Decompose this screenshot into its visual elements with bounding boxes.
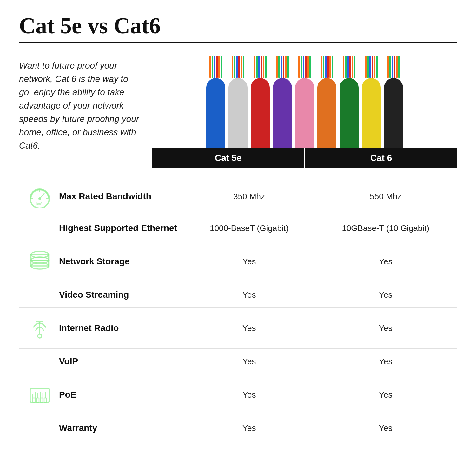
cat5e-value-max-bandwidth: 350 Mhz xyxy=(184,178,314,215)
feature-name: Warranty xyxy=(59,423,97,433)
thin-wire xyxy=(298,56,300,78)
thin-wire xyxy=(309,56,311,78)
thin-wire xyxy=(303,56,304,78)
cable xyxy=(317,56,336,148)
thin-wire xyxy=(365,56,367,78)
cable-shaft xyxy=(295,78,314,148)
ethernet-icon xyxy=(25,382,54,407)
feature-name: Max Rated Bandwidth xyxy=(59,191,151,202)
thin-wire xyxy=(209,56,211,78)
svg-text:km/h: km/h xyxy=(36,202,43,206)
cat6-value-internet-radio: Yes xyxy=(314,308,457,349)
speedometer-icon: km/h xyxy=(25,185,54,208)
cable xyxy=(206,56,225,148)
table-row: Network StorageYesYes xyxy=(19,241,457,282)
cat5e-value-video-streaming: Yes xyxy=(184,282,314,308)
thin-wire xyxy=(234,56,235,78)
thin-wire xyxy=(369,56,371,78)
thin-wire xyxy=(263,56,264,78)
thin-wire xyxy=(283,56,284,78)
thin-wire xyxy=(387,56,389,78)
thin-wire xyxy=(261,56,262,78)
svg-rect-18 xyxy=(36,398,39,402)
thin-wire xyxy=(343,56,344,78)
table-row: Highest Supported Ethernet1000-BaseT (Gi… xyxy=(19,215,457,241)
table-row: WarrantyYesYes xyxy=(19,415,457,441)
cable-shaft xyxy=(206,78,225,148)
thin-wire xyxy=(332,56,333,78)
cable-shaft xyxy=(251,78,270,148)
thin-wire xyxy=(329,56,331,78)
feature-cell-highest-ethernet: Highest Supported Ethernet xyxy=(19,215,184,241)
cable xyxy=(251,56,270,148)
cable xyxy=(295,56,314,148)
thin-wire xyxy=(323,56,324,78)
cable-shaft xyxy=(228,78,248,148)
thin-wire xyxy=(389,56,391,78)
thin-wire xyxy=(321,56,322,78)
thin-wire xyxy=(376,56,378,78)
svg-point-13 xyxy=(38,334,42,338)
thin-wire xyxy=(254,56,255,78)
thin-wire xyxy=(352,56,353,78)
thin-wire xyxy=(394,56,395,78)
cable-header-labels: Cat 5e Cat 6 xyxy=(152,148,457,168)
thin-wire xyxy=(367,56,369,78)
feature-name: Internet Radio xyxy=(59,323,119,333)
cat5e-value-poe: Yes xyxy=(184,374,314,415)
thin-wire xyxy=(241,56,242,78)
svg-rect-19 xyxy=(40,398,43,402)
cable-shaft xyxy=(317,78,336,148)
thin-wire xyxy=(392,56,393,78)
thin-wire xyxy=(212,56,213,78)
thin-wire xyxy=(232,56,233,78)
svg-point-2 xyxy=(38,197,41,200)
feature-cell-poe: PoE xyxy=(19,374,184,415)
table-row: VoIPYesYes xyxy=(19,349,457,374)
cables-image: Cat 5e Cat 6 xyxy=(152,53,457,168)
thin-wire xyxy=(305,56,307,78)
thin-wire xyxy=(301,56,302,78)
title-divider xyxy=(19,42,457,43)
feature-name: Highest Supported Ethernet xyxy=(59,223,177,233)
thin-wire xyxy=(347,56,349,78)
thin-wire xyxy=(372,56,373,78)
table-row: Internet RadioYesYes xyxy=(19,308,457,349)
intro-text: Want to future proof your network, Cat 6… xyxy=(19,53,152,152)
thin-wire xyxy=(396,56,398,78)
feature-name: Video Streaming xyxy=(59,290,129,300)
top-section: Want to future proof your network, Cat 6… xyxy=(19,53,457,168)
radio-icon xyxy=(25,315,54,341)
cable-shaft xyxy=(362,78,381,148)
cables-wrapper xyxy=(206,53,403,148)
thin-wire xyxy=(278,56,280,78)
cat6-label: Cat 6 xyxy=(305,148,457,168)
thin-wire xyxy=(327,56,329,78)
feature-name: PoE xyxy=(59,390,76,400)
thin-wire xyxy=(345,56,347,78)
cable-shaft xyxy=(273,78,292,148)
cat5e-value-warranty: Yes xyxy=(184,415,314,441)
thin-wire xyxy=(281,56,282,78)
feature-cell-warranty: Warranty xyxy=(19,415,184,441)
feature-cell-voip: VoIP xyxy=(19,349,184,374)
cable xyxy=(340,56,359,148)
thin-wire xyxy=(218,56,220,78)
svg-rect-20 xyxy=(44,398,47,402)
cable-shaft xyxy=(340,78,359,148)
cat5e-value-voip: Yes xyxy=(184,349,314,374)
cat6-value-max-bandwidth: 550 Mhz xyxy=(314,178,457,215)
thin-wire xyxy=(243,56,244,78)
comparison-table: km/h Max Rated Bandwidth350 Mhz550 MhzHi… xyxy=(19,178,457,441)
cable xyxy=(362,56,381,148)
cat6-value-voip: Yes xyxy=(314,349,457,374)
thin-wire xyxy=(221,56,222,78)
cable xyxy=(228,56,248,148)
thin-wire xyxy=(256,56,258,78)
feature-cell-network-storage: Network Storage xyxy=(19,241,184,282)
cat5e-label: Cat 5e xyxy=(152,148,304,168)
cable xyxy=(273,56,292,148)
thin-wire xyxy=(398,56,400,78)
thin-wire xyxy=(216,56,218,78)
cat5e-value-internet-radio: Yes xyxy=(184,308,314,349)
